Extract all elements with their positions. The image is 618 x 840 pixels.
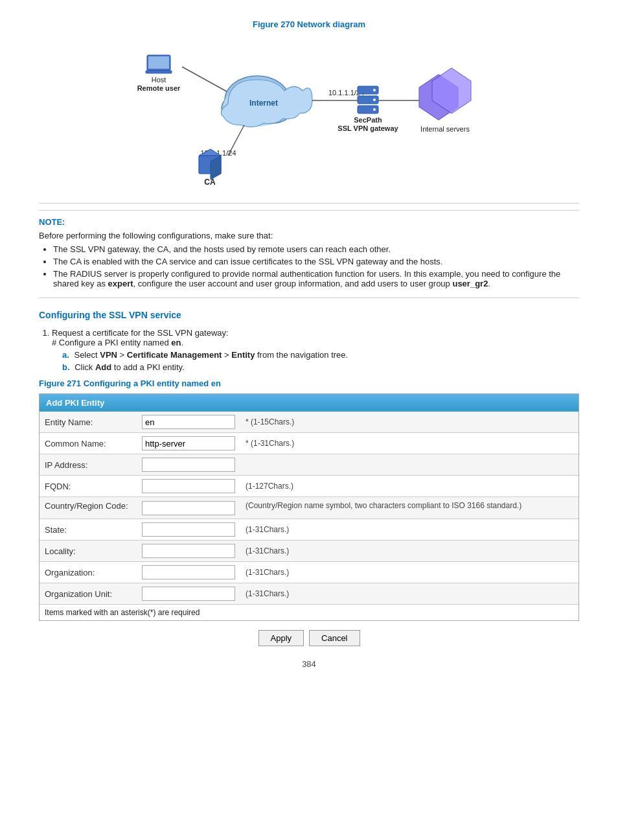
svg-text:SecPath: SecPath: [354, 116, 382, 124]
input-organization[interactable]: [137, 562, 240, 583]
label-country: Country/Region Code:: [40, 497, 137, 519]
fqdn-input[interactable]: [142, 479, 235, 493]
label-ip-address: IP Address:: [40, 454, 137, 476]
input-locality[interactable]: [137, 541, 240, 562]
apply-button[interactable]: Apply: [258, 630, 304, 646]
step-a-text: Select VPN > Certificate Management > En…: [74, 350, 348, 360]
svg-rect-1: [146, 71, 172, 73]
page-number: 384: [39, 659, 579, 669]
svg-point-16: [373, 89, 376, 91]
note-box: NOTE: Before performing the following co…: [39, 210, 579, 298]
form-table: Entity Name: * (1-15Chars.) Common Name:…: [40, 412, 578, 604]
ip-address-input[interactable]: [142, 458, 235, 472]
step-b-label: b.: [62, 362, 70, 372]
form-row-common-name: Common Name: * (1-31Chars.): [40, 433, 578, 454]
note-bullet-1: The SSL VPN gateway, the CA, and the hos…: [53, 244, 579, 254]
note-bullet-2: The CA is enabled with the CA service an…: [53, 257, 579, 266]
svg-point-18: [373, 108, 376, 111]
svg-text:Host: Host: [152, 76, 166, 84]
form-row-entity-name: Entity Name: * (1-15Chars.): [40, 412, 578, 433]
org-unit-input[interactable]: [142, 587, 235, 601]
figure270-title: Figure 270 Network diagram: [39, 19, 579, 29]
input-state[interactable]: [137, 519, 240, 541]
label-state: State:: [40, 519, 137, 541]
step-a: a. Select VPN > Certificate Management >…: [62, 350, 579, 360]
form-buttons: Apply Cancel: [39, 630, 579, 646]
hint-country: (Country/Region name symbol, two charact…: [240, 497, 578, 519]
hint-ip-address: [240, 454, 578, 476]
network-diagram: Host Remote user Internet 10.1.1.1/24 Se…: [39, 36, 579, 191]
section-heading: Configuring the SSL VPN service: [39, 310, 579, 320]
form-row-country: Country/Region Code: (Country/Region nam…: [40, 497, 578, 519]
svg-text:Internal servers: Internal servers: [420, 125, 470, 133]
hint-entity-name: * (1-15Chars.): [240, 412, 578, 433]
hint-locality: (1-31Chars.): [240, 541, 578, 562]
label-organization: Organization:: [40, 562, 137, 583]
input-ip-address[interactable]: [137, 454, 240, 476]
organization-input[interactable]: [142, 565, 235, 579]
svg-point-17: [373, 99, 376, 101]
step-b-text: Click Add to add a PKI entity.: [74, 362, 185, 372]
label-locality: Locality:: [40, 541, 137, 562]
state-input[interactable]: [142, 522, 235, 537]
sub-steps: a. Select VPN > Certificate Management >…: [52, 350, 579, 372]
step-1: Request a certificate for the SSL VPN ga…: [52, 328, 579, 372]
input-org-unit[interactable]: [137, 583, 240, 605]
input-entity-name[interactable]: [137, 412, 240, 433]
note-title: NOTE:: [39, 217, 579, 227]
common-name-input[interactable]: [142, 436, 235, 450]
svg-rect-2: [148, 56, 169, 69]
form-header: Add PKI Entity: [40, 394, 578, 412]
svg-text:CA: CA: [204, 178, 216, 187]
hint-organization: (1-31Chars.): [240, 562, 578, 583]
svg-text:SSL VPN gateway: SSL VPN gateway: [338, 124, 398, 132]
step-a-label: a.: [62, 350, 69, 360]
step1-intro: Request a certificate for the SSL VPN ga…: [52, 328, 229, 338]
input-country[interactable]: [137, 497, 240, 519]
label-common-name: Common Name:: [40, 433, 137, 454]
required-note: Items marked with an asterisk(*) are req…: [40, 604, 578, 620]
label-entity-name: Entity Name:: [40, 412, 137, 433]
note-bullet-3: The RADIUS server is properly configured…: [53, 269, 579, 288]
cancel-button[interactable]: Cancel: [309, 630, 360, 646]
hint-org-unit: (1-31Chars.): [240, 583, 578, 605]
hint-state: (1-31Chars.): [240, 519, 578, 541]
entity-name-input[interactable]: [142, 415, 235, 429]
hint-fqdn: (1-127Chars.): [240, 476, 578, 497]
figure271-title: Figure 271 Configuring a PKI entity name…: [39, 379, 579, 388]
note-intro: Before performing the following configur…: [39, 231, 579, 240]
svg-line-5: [182, 67, 231, 94]
form-row-ip-address: IP Address:: [40, 454, 578, 476]
form-row-locality: Locality: (1-31Chars.): [40, 541, 578, 562]
step1-sub: # Configure a PKI entity named en.: [52, 338, 183, 347]
svg-text:Remote user: Remote user: [137, 84, 181, 92]
pki-entity-form: Add PKI Entity Entity Name: * (1-15Chars…: [39, 393, 579, 621]
steps-list: Request a certificate for the SSL VPN ga…: [39, 328, 579, 372]
form-row-state: State: (1-31Chars.): [40, 519, 578, 541]
label-fqdn: FQDN:: [40, 476, 137, 497]
form-row-organization: Organization: (1-31Chars.): [40, 562, 578, 583]
label-org-unit: Organization Unit:: [40, 583, 137, 605]
country-input[interactable]: [142, 501, 235, 515]
input-common-name[interactable]: [137, 433, 240, 454]
svg-text:Internet: Internet: [249, 99, 278, 108]
form-row-fqdn: FQDN: (1-127Chars.): [40, 476, 578, 497]
hint-common-name: * (1-31Chars.): [240, 433, 578, 454]
note-list: The SSL VPN gateway, the CA, and the hos…: [39, 244, 579, 288]
locality-input[interactable]: [142, 544, 235, 558]
step-b: b. Click Add to add a PKI entity.: [62, 362, 579, 372]
form-row-org-unit: Organization Unit: (1-31Chars.): [40, 583, 578, 605]
input-fqdn[interactable]: [137, 476, 240, 497]
